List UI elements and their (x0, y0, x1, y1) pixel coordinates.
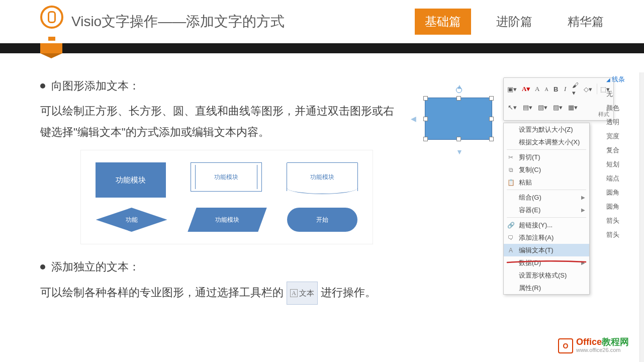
mini-toolbar: ▣▾ A▾ A A B I 🖌▾ ◇▾ ⬚▾ ↖▾ ▤▾ ▧▾ ▨▾ ▦▾ 样式 (503, 77, 614, 121)
format-pane-item[interactable]: 端点 (606, 171, 625, 186)
format-pane: ◢线条 无颜色透明宽度复合短划端点圆角圆角箭头箭头 (606, 72, 625, 242)
section2-bullet-text: 添加独立的文本： (51, 259, 140, 275)
ctx-item[interactable]: 🔗超链接(Y)... (504, 219, 589, 231)
italic-icon[interactable]: I (563, 83, 568, 95)
rotate-handle[interactable] (456, 87, 462, 93)
connection-arrow-down: ▼ (456, 148, 463, 156)
line-icon[interactable]: ◇▾ (583, 83, 593, 95)
divider-bar (0, 43, 644, 53)
format-pane-item[interactable]: 圆角 (606, 186, 625, 200)
watermark-brand: Office教程网 (576, 338, 629, 346)
tab-essential[interactable]: 精华篇 (558, 9, 614, 35)
ctx-item[interactable]: 设置为默认大小(Z) (504, 123, 589, 136)
tab-bar: 基础篇 进阶篇 精华篇 (415, 9, 614, 35)
resize-handle[interactable] (489, 117, 494, 121)
ctx-item[interactable]: A编辑文本(T) (504, 244, 589, 256)
send-back-icon[interactable]: ▨▾ (552, 102, 563, 113)
bold-icon[interactable]: B (553, 83, 559, 95)
ctx-item[interactable]: 🗨添加注释(A) (504, 231, 589, 244)
accent-marker (40, 43, 62, 53)
ctx-item[interactable]: 组合(G)▶ (504, 191, 589, 204)
format-pane-header[interactable]: ◢线条 (606, 72, 625, 87)
section1-body: 可以绘制正方形、长方形、圆、直线和曲线等图形，并通过双击图形或右键选择"编辑文本… (40, 101, 402, 143)
watermark-url: www.office26.com (576, 346, 629, 354)
shape-terminator: 开始 (287, 208, 357, 232)
highlight-underline (506, 256, 587, 259)
format-pane-item[interactable]: 复合 (606, 143, 625, 157)
context-menu: 设置为默认大小(Z)根据文本调整大小(X)✂剪切(T)⧉复制(C)📋粘贴组合(G… (503, 123, 590, 295)
ctx-item[interactable]: 设置形状格式(S) (504, 269, 589, 282)
watermark: O Office教程网 www.office26.com (558, 338, 629, 354)
bring-front-icon[interactable]: ▧▾ (537, 102, 548, 113)
format-pane-item[interactable]: 透明 (606, 115, 625, 129)
resize-handle[interactable] (456, 96, 461, 101)
format-painter-icon[interactable]: 🖌▾ (572, 83, 579, 95)
ctx-item[interactable]: 属性(R) (504, 282, 589, 294)
tab-advanced[interactable]: 进阶篇 (486, 9, 542, 35)
office-logo-icon: O (558, 338, 573, 353)
ctx-item[interactable]: 根据文本调整大小(X) (504, 136, 589, 148)
text-tool-button[interactable]: A 文本 (287, 282, 318, 305)
visio-screenshot: ▲ ◀ ▼ ▣▾ A▾ A A B I 🖌▾ ◇▾ ⬚▾ ↖▾ (413, 72, 624, 284)
ctx-item[interactable]: 📋粘贴 (504, 176, 589, 189)
format-pane-item[interactable]: 箭头 (606, 228, 625, 242)
section2-body: 可以绘制各种各样的专业图形，通过选择工具栏的 A 文本 进行操作。 (40, 282, 402, 305)
section2-heading: 添加独立的文本： (40, 259, 402, 275)
format-pane-item[interactable]: 颜色 (606, 101, 625, 115)
page-title: Visio文字操作——添加文字的方式 (71, 12, 415, 31)
format-pane-item[interactable]: 箭头 (606, 214, 625, 228)
group-icon[interactable]: ▦▾ (567, 102, 578, 113)
bullet-dot (40, 83, 45, 88)
section1-heading: 向图形添加文本： (40, 78, 402, 94)
format-pane-item[interactable]: 无 (606, 87, 625, 101)
scrollbar[interactable] (639, 72, 644, 362)
font-color-icon[interactable]: A▾ (521, 83, 530, 95)
section1-bullet-text: 向图形添加文本： (51, 78, 140, 94)
shape-document: 功能模块 (287, 162, 358, 191)
shapes-diagram: 功能模块 功能模块 功能模块 功能 功能模块 开始 (80, 150, 373, 244)
connection-arrow-left: ◀ (411, 115, 416, 123)
selected-shape[interactable] (425, 98, 492, 140)
fill-icon[interactable]: ▣▾ (507, 83, 517, 95)
resize-handle[interactable] (423, 137, 428, 141)
resize-handle[interactable] (423, 117, 428, 121)
ctx-item[interactable]: 容器(E)▶ (504, 204, 589, 216)
ctx-item[interactable]: ⧉复制(C) (504, 163, 589, 176)
resize-handle[interactable] (423, 96, 428, 101)
visio-canvas: ▲ ◀ ▼ (413, 72, 513, 173)
shape-parallelogram: 功能模块 (188, 208, 266, 232)
align-icon[interactable]: ▤▾ (522, 102, 533, 113)
tab-basic[interactable]: 基础篇 (415, 9, 471, 35)
format-pane-item[interactable]: 宽度 (606, 129, 625, 143)
bulb-logo (40, 6, 63, 38)
shape-decision: 功能 (96, 208, 167, 232)
font-shrink-icon[interactable]: A (544, 83, 549, 95)
shape-predefined: 功能模块 (191, 162, 262, 192)
shape-rectangle: 功能模块 (96, 162, 166, 198)
resize-handle[interactable] (456, 137, 461, 141)
ctx-item[interactable]: ✂剪切(T) (504, 151, 589, 163)
bullet-dot (40, 264, 45, 269)
format-pane-item[interactable]: 短划 (606, 157, 625, 171)
resize-handle[interactable] (489, 96, 494, 101)
resize-handle[interactable] (489, 137, 494, 141)
font-grow-icon[interactable]: A (534, 83, 540, 95)
pointer-icon[interactable]: ↖▾ (507, 102, 518, 113)
format-pane-item[interactable]: 圆角 (606, 200, 625, 214)
